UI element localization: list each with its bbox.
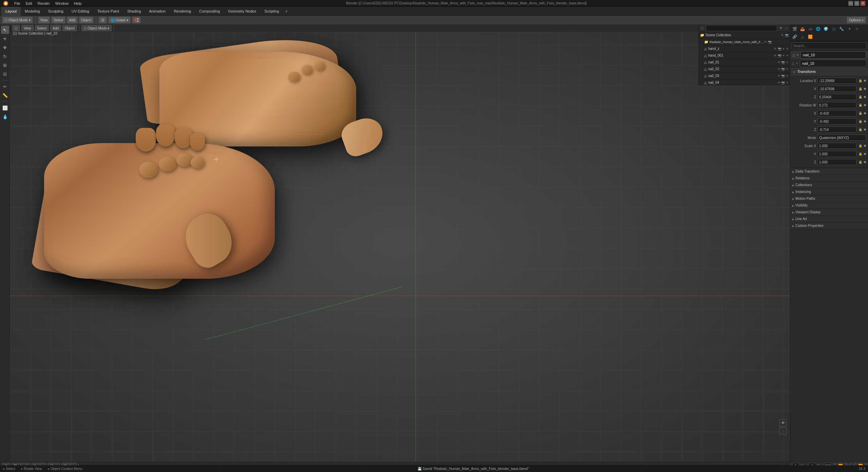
- collections-header[interactable]: Collections: [790, 182, 868, 189]
- vp-object-menu[interactable]: Object: [62, 25, 77, 31]
- prop-icon-constraints[interactable]: 🔗: [791, 33, 798, 40]
- prop-icon-object[interactable]: ◻: [830, 25, 837, 33]
- prop-icon-scene[interactable]: 🌐: [814, 25, 822, 33]
- prop-icon-material[interactable]: 🟧: [807, 33, 814, 40]
- tool-transform[interactable]: ⊟: [1, 70, 9, 78]
- prop-icon-render[interactable]: 🎬: [791, 25, 798, 33]
- mode-selector[interactable]: ⬡ Object Mode ▾: [2, 17, 33, 23]
- tool-measure[interactable]: 📏: [1, 91, 9, 99]
- scale-x-value[interactable]: 1.000: [817, 143, 856, 149]
- tab-geometry-nodes[interactable]: Geometry Nodes: [224, 7, 260, 16]
- vp-icon-2[interactable]: 🌑: [779, 427, 787, 435]
- viewport-view-menu[interactable]: View: [38, 17, 50, 23]
- rotation-w-lock[interactable]: 🔒: [858, 103, 863, 107]
- rotation-z-keyframe[interactable]: [864, 129, 866, 131]
- viewport-object-menu[interactable]: Object: [79, 17, 94, 23]
- vp-add-menu[interactable]: Add: [50, 25, 61, 31]
- relations-header[interactable]: Relations: [790, 175, 868, 182]
- rotation-z-value[interactable]: -0.714: [817, 126, 856, 133]
- outliner-main-collection[interactable]: 📁 Realistic_Human_Male_Arms_with_Fists 👁…: [703, 39, 790, 45]
- rotation-y-keyframe[interactable]: [864, 120, 866, 122]
- line-art-header[interactable]: Line Art: [790, 216, 868, 222]
- tool-eyedropper[interactable]: 💧: [1, 113, 9, 121]
- rotation-y-lock[interactable]: 🔒: [858, 119, 863, 124]
- prop-icon-output[interactable]: 📤: [799, 25, 806, 33]
- window-minimize[interactable]: ─: [848, 1, 853, 6]
- location-z-keyframe[interactable]: [864, 96, 866, 98]
- vp-view-menu[interactable]: View: [21, 25, 34, 31]
- tool-scale[interactable]: ⊞: [1, 61, 9, 69]
- prop-icon-modifier[interactable]: 🔧: [838, 25, 845, 33]
- scale-x-lock[interactable]: 🔒: [858, 143, 863, 148]
- tab-modeling[interactable]: Modeling: [21, 7, 44, 16]
- viewport-display-header[interactable]: Viewport Display: [790, 209, 868, 216]
- window-maximize[interactable]: □: [854, 1, 859, 6]
- vp-icon-1[interactable]: 👁: [779, 419, 787, 427]
- tool-rotate[interactable]: ↻: [1, 52, 9, 60]
- menu-file[interactable]: File: [12, 0, 23, 7]
- location-z-lock[interactable]: 🔒: [858, 95, 863, 99]
- tab-animation[interactable]: Animation: [145, 7, 170, 16]
- instancing-header[interactable]: Instancing: [790, 189, 868, 195]
- tool-select[interactable]: ↖: [1, 26, 9, 34]
- scale-y-lock[interactable]: 🔒: [858, 152, 863, 156]
- location-x-keyframe[interactable]: [864, 80, 866, 82]
- outliner-sync-icon[interactable]: ↔: [785, 26, 788, 30]
- vp-select-menu[interactable]: Select: [35, 25, 49, 31]
- outliner-item-nail-02[interactable]: △ nail_02 👁 📷 ✦: [703, 66, 790, 73]
- window-close[interactable]: ✕: [861, 1, 865, 6]
- tab-texture-paint[interactable]: Texture Paint: [93, 7, 123, 16]
- rotation-z-lock[interactable]: 🔒: [858, 127, 863, 132]
- outliner-item-nail-04[interactable]: △ nail_04 👁 📷 ✦: [703, 79, 790, 85]
- tab-sculpting[interactable]: Sculpting: [44, 7, 67, 16]
- menu-render[interactable]: Render: [35, 0, 53, 7]
- scale-z-lock[interactable]: 🔒: [858, 160, 863, 164]
- scale-y-keyframe[interactable]: [864, 153, 866, 155]
- vp-mode-select[interactable]: ⬡ Object Mode ▾: [81, 25, 112, 31]
- rotation-x-lock[interactable]: 🔒: [858, 111, 863, 116]
- outliner-item-hand-001[interactable]: △ hand_001 👁 📷 ✦ ✦: [703, 52, 790, 59]
- viewport-3d[interactable]: ⬡ View Select Add Object ⬡ Object Mode ▾…: [10, 24, 790, 462]
- location-x-value[interactable]: -12.29968: [817, 78, 856, 84]
- location-y-keyframe[interactable]: [864, 88, 866, 90]
- outliner-item-nail-03[interactable]: △ nail_03 👁 📷 ✦: [703, 73, 790, 79]
- location-y-lock[interactable]: 🔒: [858, 86, 863, 91]
- mesh-name-field[interactable]: nail_10: [800, 60, 867, 67]
- outliner-search-input[interactable]: [706, 25, 777, 31]
- location-y-value[interactable]: -10.67698: [817, 86, 856, 92]
- tab-scripting[interactable]: Scripting: [260, 7, 283, 16]
- transform-section-header[interactable]: Transform: [790, 67, 868, 76]
- transform-orientation[interactable]: 🌐 Global ▾: [108, 17, 131, 23]
- tab-uv-editing[interactable]: UV Editing: [67, 7, 93, 16]
- object-name-field[interactable]: nail_10: [801, 51, 866, 59]
- scale-x-keyframe[interactable]: [864, 145, 866, 147]
- tool-add-cube[interactable]: ⬜: [1, 104, 9, 112]
- scale-z-keyframe[interactable]: [864, 161, 866, 163]
- rotation-w-value[interactable]: 0.272: [817, 102, 856, 108]
- rotation-x-keyframe[interactable]: [864, 112, 866, 114]
- outliner-filter-icon[interactable]: ▼: [779, 26, 783, 30]
- viewport-options[interactable]: Options »: [847, 17, 866, 23]
- viewport-select-menu[interactable]: Select: [51, 17, 65, 23]
- tool-annotate[interactable]: ✏: [1, 82, 9, 91]
- prop-icon-physics[interactable]: ⚛: [853, 25, 861, 33]
- location-z-value[interactable]: 0.25404: [817, 94, 856, 100]
- prop-icon-view-layer[interactable]: 🗂: [807, 25, 814, 33]
- menu-help[interactable]: Help: [71, 0, 84, 7]
- scale-z-value[interactable]: 1.000: [817, 159, 856, 165]
- custom-properties-header[interactable]: Custom Properties: [790, 222, 868, 229]
- menu-window[interactable]: Window: [53, 0, 71, 7]
- visibility-header[interactable]: Visibility: [790, 202, 868, 209]
- rotation-mode-value[interactable]: Quaternion (WXYZ): [817, 135, 866, 141]
- tool-cursor[interactable]: ✛: [1, 35, 9, 43]
- rotation-w-keyframe[interactable]: [864, 104, 866, 106]
- menu-edit[interactable]: Edit: [23, 0, 35, 7]
- add-workspace-button[interactable]: +: [283, 8, 290, 15]
- rotation-y-value[interactable]: -0.492: [817, 118, 856, 124]
- tab-rendering[interactable]: Rendering: [170, 7, 195, 16]
- viewport-add-menu[interactable]: Add: [67, 17, 78, 23]
- tab-compositing[interactable]: Compositing: [195, 7, 224, 16]
- scale-y-value[interactable]: 1.000: [817, 151, 856, 157]
- rotation-x-value[interactable]: -0.418: [817, 110, 856, 116]
- vp-editor-type[interactable]: ⬡: [12, 25, 20, 31]
